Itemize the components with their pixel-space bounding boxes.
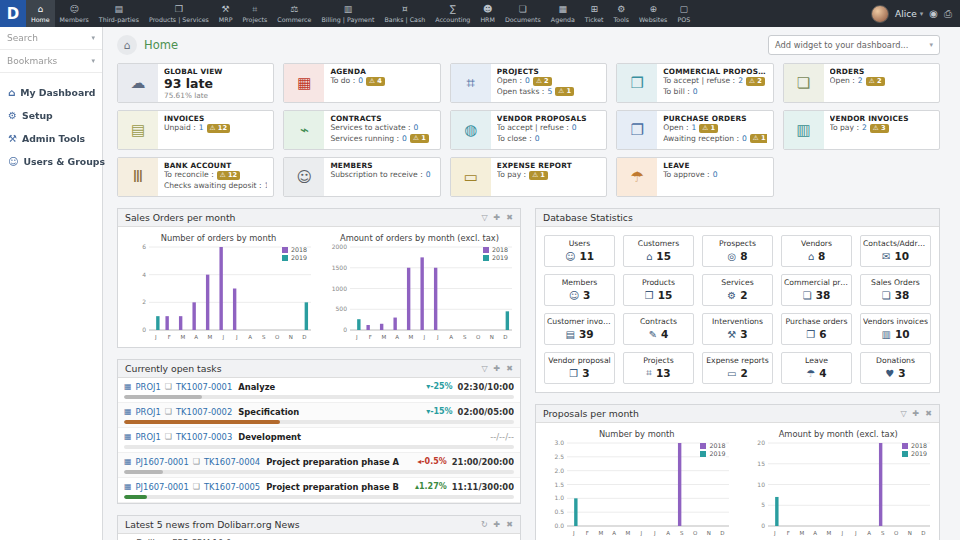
kpi-contracts[interactable]: ⌁CONTRACTSServices to activate :0Service… <box>283 110 440 150</box>
stat-contracts[interactable]: Contracts✎4 <box>623 313 694 345</box>
kpi-expense-report[interactable]: ▭EXPENSE REPORTTo pay :⚠ 1 <box>450 157 607 197</box>
kpi-members[interactable]: ☺MEMBERSSubscription to receive :0⚠ 2 <box>283 157 440 197</box>
stat-leave[interactable]: Leave☂4 <box>781 352 852 384</box>
top-menu-mrp[interactable]: ⚒MRP <box>214 0 238 27</box>
kpi-vendor-invoices[interactable]: ▥VENDOR INVOICESTo pay :2⚠ 3 <box>783 110 940 150</box>
sidebar-item-admin-tools[interactable]: ⚒Admin Tools <box>0 127 102 150</box>
top-menu-billing-payment[interactable]: ▥Billing | Payment <box>316 0 379 27</box>
kpi-vendor-proposals[interactable]: ◍VENDOR PROPOSALSTo accept | refuse :0To… <box>450 110 607 150</box>
top-menu-documents[interactable]: ❏Documents <box>500 0 546 27</box>
task-project-link[interactable]: PROJ1 <box>136 382 161 392</box>
stat-purchase-orders[interactable]: Purchase orders❐6 <box>781 313 852 345</box>
top-menu-third-parties[interactable]: ▤Third-parties <box>94 0 144 27</box>
top-menu-accounting[interactable]: ∑Accounting <box>430 0 475 27</box>
stat-donations[interactable]: Donations♥3 <box>860 352 931 384</box>
stat-users[interactable]: Users☺11 <box>544 235 615 267</box>
dolibarr-logo[interactable]: D <box>0 0 26 27</box>
top-menu-products-services[interactable]: ❒Products | Services <box>144 0 214 27</box>
move-icon[interactable]: ✚ <box>494 213 501 222</box>
kpi-line-value[interactable]: 2 <box>858 76 863 87</box>
top-menu-projects[interactable]: ⌗Projects <box>237 0 272 27</box>
add-widget-select[interactable]: Add widget to your dashboard... ▾ <box>768 35 940 55</box>
top-menu-tools[interactable]: ⚙Tools <box>609 0 635 27</box>
kpi-line-value[interactable]: 0 <box>742 134 747 145</box>
sidebar-item-users-groups[interactable]: ☺Users & Groups <box>0 150 102 173</box>
kpi-line-value[interactable]: 2 <box>738 76 743 87</box>
filter-icon[interactable]: ▽ <box>481 364 487 373</box>
kpi-purchase-orders[interactable]: ❐PURCHASE ORDERSOpen :1⚠ 1Awaiting recep… <box>616 110 773 150</box>
task-ref-link[interactable]: TK1607-0004 <box>204 457 260 467</box>
kpi-line-value[interactable]: 0 <box>402 134 407 145</box>
kpi-invoices[interactable]: ▤INVOICESUnpaid :1⚠ 12 <box>117 110 274 150</box>
move-icon[interactable]: ✚ <box>913 409 920 418</box>
stat-prospects[interactable]: Prospects◎8 <box>702 235 773 267</box>
stat-vendor-proposal[interactable]: Vendor proposal❒3 <box>544 352 615 384</box>
refresh-icon[interactable]: ↻ <box>481 520 488 529</box>
close-icon[interactable]: ✖ <box>506 213 513 222</box>
stat-vendors-invoices[interactable]: Vendors invoices▥10 <box>860 313 931 345</box>
task-ref-link[interactable]: TK1007-0001 <box>176 382 232 392</box>
filter-icon[interactable]: ▽ <box>481 213 487 222</box>
kpi-projects[interactable]: ⌗PROJECTSOpen :0⚠ 2Open tasks :5⚠ 1 <box>450 63 607 103</box>
search-dropdown[interactable]: Search ▾ <box>0 27 102 50</box>
bookmarks-dropdown[interactable]: Bookmarks ▾ <box>0 50 102 73</box>
stat-customer-invoices[interactable]: Customer invoices▤39 <box>544 313 615 345</box>
stat-commercial-prop[interactable]: Commercial prop...❏38 <box>781 274 852 306</box>
top-menu-hrm[interactable]: ☻HRM <box>475 0 500 27</box>
top-menu-home[interactable]: ⌂Home <box>26 0 55 27</box>
close-icon[interactable]: ✖ <box>506 364 513 373</box>
kpi-line-value[interactable]: 0 <box>426 170 431 181</box>
task-ref-link[interactable]: TK1007-0002 <box>176 407 232 417</box>
bug-icon[interactable]: ◉ <box>929 8 938 20</box>
top-menu-banks-cash[interactable]: ¤Banks | Cash <box>379 0 430 27</box>
sidebar-item-my-dashboard[interactable]: ⌂My Dashboard <box>0 81 102 104</box>
kpi-leave[interactable]: ☂LEAVETo approve :0 <box>616 157 773 197</box>
kpi-line-value[interactable]: 5 <box>547 87 552 98</box>
stat-customers[interactable]: Customers⌂15 <box>623 235 694 267</box>
kpi-line-value[interactable]: 0 <box>358 76 363 87</box>
stat-sales-orders[interactable]: Sales Orders❏38 <box>860 274 931 306</box>
task-ref-link[interactable]: TK1607-0005 <box>204 482 260 492</box>
kpi-bank-account[interactable]: ⅢBANK ACCOUNTTo reconcile :⚠ 12Checks aw… <box>117 157 274 197</box>
stat-services[interactable]: Services⚙2 <box>702 274 773 306</box>
kpi-line-value[interactable]: 1 <box>691 123 696 134</box>
kpi-line-value[interactable]: 0 <box>572 123 577 134</box>
task-project-link[interactable]: PROJ1 <box>136 432 161 442</box>
stat-vendors[interactable]: Vendors⌂8 <box>781 235 852 267</box>
stat-contacts-addres[interactable]: Contacts/Addres...✉10 <box>860 235 931 267</box>
task-project-link[interactable]: PJ1607-0001 <box>136 457 189 467</box>
kpi-line-value[interactable]: 0 <box>693 87 698 98</box>
top-menu-websites[interactable]: ⊕Websites <box>634 0 672 27</box>
kpi-line-value[interactable]: 0 <box>414 123 419 134</box>
stat-products[interactable]: Products❒15 <box>623 274 694 306</box>
home-icon[interactable]: ⌂ <box>117 35 137 55</box>
top-menu-commerce[interactable]: ⚖Commerce <box>272 0 316 27</box>
kpi-line-value[interactable]: 0 <box>525 76 530 87</box>
user-avatar[interactable] <box>871 5 889 23</box>
stat-members[interactable]: Members☺3 <box>544 274 615 306</box>
kpi-agenda[interactable]: ▦AGENDATo do :0⚠ 4 <box>283 63 440 103</box>
task-project-link[interactable]: PROJ1 <box>136 407 161 417</box>
task-project-link[interactable]: PJ1607-0001 <box>136 482 189 492</box>
stat-interventions[interactable]: Interventions⚒3 <box>702 313 773 345</box>
print-icon[interactable]: ⎙ <box>944 8 952 20</box>
user-menu[interactable]: Alice ▾ <box>895 9 923 19</box>
close-icon[interactable]: ✖ <box>506 520 513 529</box>
task-ref-link[interactable]: TK1007-0003 <box>176 432 232 442</box>
sidebar-item-setup[interactable]: ⚙Setup <box>0 104 102 127</box>
top-menu-ticket[interactable]: ⊞Ticket <box>580 0 609 27</box>
filter-icon[interactable]: ▽ <box>900 409 906 418</box>
news-item[interactable]: ◆Dolibarr ERP CRM 10.0... <box>118 534 520 540</box>
top-menu-members[interactable]: ☺Members <box>55 0 94 27</box>
kpi-orders[interactable]: ❏ORDERSOpen :2⚠ 2 <box>783 63 940 103</box>
kpi-line-value[interactable]: 2 <box>862 123 867 134</box>
kpi-commercial-proposals[interactable]: ❒COMMERCIAL PROPOSALSTo accept | refuse … <box>616 63 773 103</box>
close-icon[interactable]: ✖ <box>925 409 932 418</box>
top-menu-pos[interactable]: ▢POS <box>672 0 695 27</box>
move-icon[interactable]: ✚ <box>494 364 501 373</box>
kpi-line-value[interactable]: 1 <box>264 181 267 192</box>
kpi-line-value[interactable]: 0 <box>535 134 540 145</box>
kpi-global-view[interactable]: ☁GLOBAL VIEW93 late75.61% late <box>117 63 274 103</box>
top-menu-agenda[interactable]: ▦Agenda <box>546 0 580 27</box>
kpi-line-value[interactable]: 0 <box>713 170 718 181</box>
